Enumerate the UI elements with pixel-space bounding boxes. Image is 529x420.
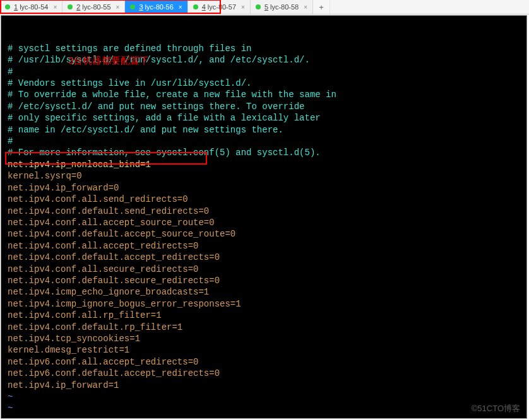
status-dot-icon: [130, 4, 135, 9]
terminal-line: net.ipv4.icmp_ignore_bogus_error_respons…: [1, 298, 526, 310]
terminal-line: net.ipv4.conf.default.accept_redirects=0: [1, 252, 526, 263]
terminal-line: kernel.dmesg_restrict=1: [1, 344, 526, 356]
tab-index: 5: [264, 3, 268, 11]
close-icon[interactable]: ×: [236, 4, 245, 11]
terminal-line: #: [1, 136, 526, 147]
status-dot-icon: [256, 4, 261, 9]
terminal-line: #: [1, 66, 526, 78]
tab-label: lyc-80-55: [82, 3, 110, 11]
terminal-line: net.ipv4.conf.all.accept_redirects=0: [1, 240, 526, 252]
tab-lyc-80-58[interactable]: 5 lyc-80-58 ×: [251, 0, 313, 14]
close-icon[interactable]: ×: [174, 4, 182, 11]
tab-lyc-80-54[interactable]: 1 lyc-80-54 ×: [0, 0, 62, 14]
terminal-line: # /usr/lib/sysctl.d/, /run/sysctl.d/, an…: [1, 54, 526, 66]
terminal-output[interactable]: # sysctl settings are defined through fi…: [1, 15, 527, 419]
terminal-line: ~: [1, 391, 526, 402]
tab-index: 1: [14, 3, 18, 11]
tab-index: 4: [202, 3, 206, 11]
terminal-line: kernel.sysrq=0: [1, 170, 526, 182]
terminal-line: net.ipv6.conf.all.accept_redirects=0: [1, 356, 526, 368]
terminal-line: net.ipv6.conf.default.accept_redirects=0: [1, 368, 526, 379]
terminal-line: net.ipv4.icmp_echo_ignore_broadcasts=1: [1, 286, 526, 298]
terminal-line: net.ipv4.conf.default.rp_filter=1: [1, 322, 526, 333]
close-icon[interactable]: ×: [48, 4, 57, 11]
status-dot-icon: [193, 4, 198, 9]
terminal-line: net.ipv4.ip_nonlocal_bind=1: [1, 159, 526, 170]
close-icon[interactable]: ×: [111, 4, 120, 11]
terminal-line: net.ipv4.ip_forward=1: [1, 380, 526, 391]
tab-label: lyc-80-54: [20, 3, 48, 11]
status-dot-icon: [5, 4, 10, 9]
tab-lyc-80-56[interactable]: 3 lyc-80-56 ×: [125, 0, 187, 14]
new-tab-button[interactable]: +: [313, 0, 330, 14]
status-dot-icon: [68, 4, 73, 9]
terminal-line: ~: [1, 414, 526, 419]
terminal-line: net.ipv4.ip_forward=0: [1, 182, 526, 194]
tab-label: lyc-80-57: [208, 3, 236, 11]
terminal-line: net.ipv4.conf.all.rp_filter=1: [1, 310, 526, 321]
terminal-line: # only specific settings, add a file wit…: [1, 112, 526, 124]
terminal-line: net.ipv4.conf.default.accept_source_rout…: [1, 228, 526, 240]
tab-lyc-80-55[interactable]: 2 lyc-80-55 ×: [62, 0, 125, 14]
tab-label: lyc-80-56: [145, 3, 174, 11]
terminal-line: net.ipv4.tcp_syncookies=1: [1, 333, 526, 344]
terminal-line: # To override a whole file, create a new…: [1, 89, 526, 100]
terminal-line: net.ipv4.conf.default.secure_redirects=0: [1, 275, 526, 286]
tab-label: lyc-80-58: [270, 3, 299, 11]
tab-index: 2: [76, 3, 80, 11]
terminal-line: net.ipv4.conf.default.send_redirects=0: [1, 206, 526, 217]
terminal-line: # For more information, see sysctl.conf(…: [1, 147, 526, 158]
close-icon[interactable]: ×: [299, 4, 307, 11]
terminal-line: # sysctl settings are defined through fi…: [1, 43, 526, 54]
tab-lyc-80-57[interactable]: 4 lyc-80-57 ×: [188, 0, 251, 14]
terminal-line: net.ipv4.conf.all.send_redirects=0: [1, 194, 526, 205]
terminal-line: net.ipv4.conf.all.secure_redirects=0: [1, 264, 526, 275]
tab-bar: 1 lyc-80-54 × 2 lyc-80-55 × 3 lyc-80-56 …: [0, 0, 529, 15]
terminal-line: ~: [1, 402, 526, 414]
terminal-line: # name in /etc/sysctl.d/ and put new set…: [1, 124, 526, 136]
tab-index: 3: [139, 3, 143, 11]
terminal-line: # /etc/sysctl.d/ and put new settings th…: [1, 101, 526, 112]
terminal-line: net.ipv4.conf.all.accept_source_route=0: [1, 217, 526, 228]
terminal-line: # Vendors settings live in /usr/lib/sysc…: [1, 78, 526, 89]
